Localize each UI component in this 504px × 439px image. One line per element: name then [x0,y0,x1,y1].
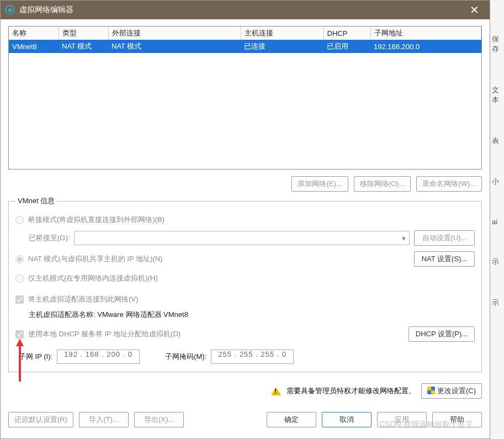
side-hint: ai [491,202,504,241]
subnet-mask-label: 子网掩码(M): [165,352,206,362]
use-dhcp-label: 使用本地 DHCP 服务将 IP 地址分配给虚拟机(D) [28,329,181,339]
help-button[interactable]: 帮助 [432,412,482,427]
bridge-mode-radio [15,216,24,224]
ok-button[interactable]: 确定 [267,412,316,427]
col-external[interactable]: 外部连接 [108,27,241,40]
bridged-to-combo: ▾ [74,231,410,245]
auto-settings-button: 自动设置(U)... [414,230,475,246]
side-hint: 示 [491,241,504,282]
subnet-ip-label: 子网 IP (I): [19,352,52,362]
col-name[interactable]: 名称 [9,27,59,40]
cell-name: VMnet8 [9,40,59,53]
shield-icon [427,387,435,394]
titlebar: ⬢ 虚拟网络编辑器 ✕ [1,1,490,19]
dhcp-settings-button[interactable]: DHCP 设置(P)... [408,326,475,342]
col-type[interactable]: 类型 [59,27,108,40]
bridged-to-label: 已桥接至(G): [29,233,70,243]
change-settings-label: 更改设置(C) [437,387,476,395]
warning-text: 需要具备管理员特权才能修改网络配置。 [287,386,416,396]
side-hint: 表 [491,120,504,161]
subnet-mask-input[interactable]: 255 . 255 . 255 . 0 [211,350,294,364]
virtual-network-editor-window: ⬢ 虚拟网络编辑器 ✕ 名称 类型 外部连接 主机连接 DHCP 子网地址 [0,0,490,439]
connect-host-adapter-checkbox [15,295,24,304]
warning-icon [271,387,281,395]
rename-network-button[interactable]: 重命名网络(W)... [416,176,482,192]
cell-host: 已连接 [241,40,323,53]
window-title: 虚拟网络编辑器 [19,5,73,15]
cell-subnet: 192.168.200.0 [370,40,481,53]
col-host[interactable]: 主机连接 [241,27,323,40]
side-hint: 小 [491,161,504,202]
close-icon[interactable]: ✕ [463,1,485,19]
connect-host-adapter-label: 将主机虚拟适配器连接到此网络(V) [28,294,138,304]
side-hint: 示 [491,282,504,323]
app-icon: ⬢ [5,5,15,15]
cancel-button[interactable]: 取消 [322,412,372,427]
vmnet-legend: VMnet 信息 [15,196,57,206]
restore-defaults-button: 还原默认设置(R) [8,412,73,427]
table-row[interactable]: VMnet8 NAT 模式 NAT 模式 已连接 已启用 192.168.200… [9,40,481,53]
side-hint: 保存 [491,19,504,70]
hostonly-mode-label: 仅主机模式(在专用网络内连接虚拟机)(H) [28,273,158,283]
cell-dhcp: 已启用 [323,40,370,53]
nat-settings-button[interactable]: NAT 设置(S)... [414,251,475,267]
cell-external: NAT 模式 [108,40,241,53]
side-hint: 文本 [491,70,504,120]
change-settings-button[interactable]: 更改设置(C) [421,383,482,399]
hostonly-mode-radio [15,274,24,283]
cell-type: NAT 模式 [59,40,108,53]
dialog-button-row: 还原默认设置(R) 导入(T)... 导出(X)... 确定 取消 应用 帮助 [1,409,490,433]
subnet-ip-input[interactable]: 192 . 168 . 200 . 0 [57,350,140,364]
remove-network-button[interactable]: 移除网络(O)... [354,176,411,192]
col-subnet[interactable]: 子网地址 [370,27,481,40]
background-side-strip: 保存 文本 表 小 ai 示 示 [491,19,504,323]
vmnet-info-group: VMnet 信息 桥接模式(将虚拟机直接连接到外部网络)(B) 已桥接至(G):… [8,196,482,372]
apply-button: 应用 [377,412,427,427]
adapter-name-text: 主机虚拟适配器名称: VMware 网络适配器 VMnet8 [15,308,475,323]
table-header-row: 名称 类型 外部连接 主机连接 DHCP 子网地址 [9,27,481,40]
col-dhcp[interactable]: DHCP [323,27,370,40]
network-table[interactable]: 名称 类型 外部连接 主机连接 DHCP 子网地址 VMnet8 NAT 模式 … [8,26,482,170]
export-button: 导出(X)... [134,412,184,427]
chevron-down-icon: ▾ [402,234,406,242]
bridge-mode-label: 桥接模式(将虚拟机直接连接到外部网络)(B) [28,215,165,225]
use-dhcp-checkbox [15,330,24,338]
add-network-button[interactable]: 添加网络(E)... [291,176,348,192]
nat-mode-label: NAT 模式(与虚拟机共享主机的 IP 地址)(N) [28,254,162,264]
import-button: 导入(T)... [79,412,129,427]
nat-mode-radio [15,255,24,263]
